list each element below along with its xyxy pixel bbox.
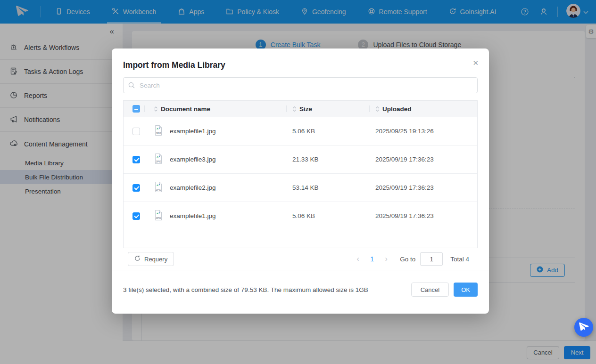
table-header-row: Document name Size Uploaded [124,101,477,117]
row-checkbox[interactable] [132,128,140,135]
svg-text:JPG: JPG [156,160,161,163]
file-uploaded: 2025/09/19 17:36:23 [375,212,434,219]
next-page-button[interactable]: › [379,255,393,263]
jpg-file-icon: JPG [154,153,163,166]
row-checkbox[interactable] [132,212,140,220]
sort-icon[interactable] [375,106,380,112]
column-header-uploaded: Uploaded [382,105,412,113]
file-name: examplefile1.jpg [170,128,216,135]
close-icon[interactable]: ✕ [472,59,479,66]
file-uploaded: 2025/09/19 17:36:23 [375,156,434,163]
file-size: 5.06 KB [292,212,315,219]
modal-title: Import from Media Library [112,49,489,70]
file-name: examplefile3.jpg [170,156,216,163]
column-header-size: Size [299,105,312,113]
current-page[interactable]: 1 [365,255,379,263]
ok-button[interactable]: OK [454,283,478,297]
file-name: examplefile2.jpg [170,184,216,191]
svg-text:JPG: JPG [156,217,161,219]
row-checkbox[interactable] [132,184,140,192]
table-row[interactable]: JPG examplefile2.jpg 53.14 KB 2025/09/19… [124,174,477,202]
selection-summary: 3 file(s) selected, with a combined size… [123,286,406,293]
modal-footer: 3 file(s) selected, with a combined size… [112,270,489,297]
svg-text:JPG: JPG [156,132,161,135]
sort-icon[interactable] [154,106,158,112]
app-window: Devices Workbench Apps Policy & Kiosk Ge… [0,0,596,364]
table-row[interactable]: JPG examplefile3.jpg 21.33 KB 2025/09/19… [124,146,477,174]
search-input[interactable] [123,77,478,93]
pagination-bar: Requery ‹ 1 › Go to Total 4 [123,248,478,270]
paper-plane-icon [579,322,589,333]
search-box [123,77,478,93]
jpg-file-icon: JPG [154,210,163,222]
column-header-name: Document name [161,105,210,113]
table-row[interactable]: JPG examplefile1.jpg 5.06 KB 2025/09/19 … [124,202,477,230]
airdroid-floating-button[interactable] [574,318,593,337]
table-row[interactable]: JPG examplefile1.jpg 5.06 KB 2025/09/25 … [124,117,477,146]
goto-page-input[interactable] [420,252,443,266]
file-size: 53.14 KB [292,184,319,191]
requery-button[interactable]: Requery [128,252,174,266]
search-icon [128,82,135,90]
cancel-button[interactable]: Cancel [411,283,449,297]
goto-label: Go to [400,256,415,263]
file-uploaded: 2025/09/25 19:13:26 [375,128,434,135]
file-name: examplefile1.jpg [170,212,216,219]
file-size: 5.06 KB [292,128,315,135]
row-checkbox[interactable] [132,156,140,163]
pagination-controls: ‹ 1 › Go to Total 4 [351,252,473,266]
refresh-icon [134,255,141,263]
file-uploaded: 2025/09/19 17:36:23 [375,184,434,191]
jpg-file-icon: JPG [154,181,163,194]
prev-page-button[interactable]: ‹ [351,255,365,263]
svg-text:JPG: JPG [156,188,161,191]
total-count: Total 4 [450,256,469,263]
select-all-checkbox[interactable] [132,105,140,113]
sort-icon[interactable] [292,106,297,112]
import-media-library-modal: Import from Media Library ✕ Document nam… [112,49,489,314]
file-table: Document name Size Uploaded JPG [123,100,478,248]
jpg-file-icon: JPG [154,125,163,138]
requery-label: Requery [144,256,167,263]
file-size: 21.33 KB [292,156,319,163]
table-filler [124,230,477,248]
